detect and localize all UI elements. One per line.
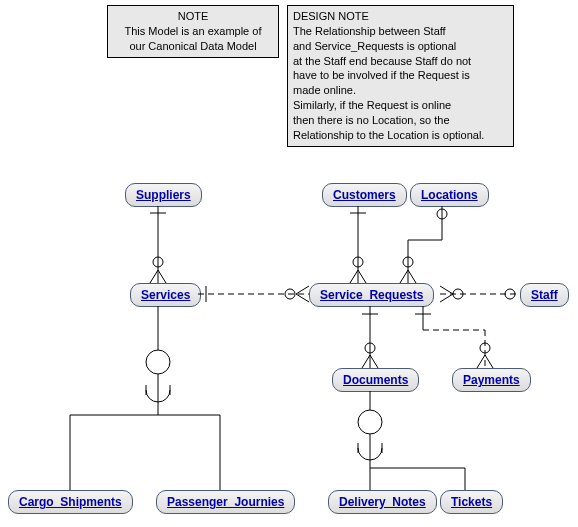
note-design-l8: Relationship to the Location is optional… (293, 128, 508, 143)
note-design-l2: and Service_Requests is optional (293, 39, 508, 54)
svg-point-35 (358, 410, 382, 434)
note-model: NOTE This Model is an example of our Can… (107, 5, 279, 58)
svg-point-16 (505, 289, 515, 299)
svg-point-2 (153, 257, 163, 267)
note-design-title: DESIGN NOTE (293, 9, 508, 24)
note-design-l7: then there is no Location, so the (293, 113, 508, 128)
entity-delivery-notes[interactable]: Delivery_Notes (328, 490, 437, 514)
note-design-l1: The Relationship between Staff (293, 24, 508, 39)
svg-point-15 (453, 289, 463, 299)
svg-point-24 (480, 343, 490, 353)
note-model-title: NOTE (113, 9, 273, 24)
entity-customers[interactable]: Customers (322, 183, 407, 207)
note-design: DESIGN NOTE The Relationship between Sta… (287, 5, 514, 147)
svg-point-19 (365, 343, 375, 353)
entity-service-requests[interactable]: Service_Requests (309, 283, 434, 307)
entity-locations[interactable]: Locations (410, 183, 489, 207)
entity-services[interactable]: Services (130, 283, 201, 307)
svg-point-26 (146, 350, 170, 374)
svg-point-9 (437, 209, 447, 219)
entity-payments[interactable]: Payments (452, 368, 531, 392)
entity-tickets[interactable]: Tickets (440, 490, 503, 514)
entity-cargo-shipments[interactable]: Cargo_Shipments (8, 490, 133, 514)
entity-documents[interactable]: Documents (332, 368, 419, 392)
svg-point-10 (403, 257, 413, 267)
note-design-l6: Similarly, if the Request is online (293, 98, 508, 113)
note-model-line1: This Model is an example of (113, 24, 273, 39)
note-design-l3: at the Staff end because Staff do not (293, 54, 508, 69)
note-model-line2: our Canonical Data Model (113, 39, 273, 54)
entity-passenger-journies[interactable]: Passenger_Journies (156, 490, 295, 514)
svg-point-5 (353, 257, 363, 267)
note-design-l5: made online. (293, 83, 508, 98)
note-design-l4: have to be involved if the Request is (293, 68, 508, 83)
entity-suppliers[interactable]: Suppliers (125, 183, 202, 207)
entity-staff[interactable]: Staff (520, 283, 569, 307)
svg-point-13 (285, 289, 295, 299)
